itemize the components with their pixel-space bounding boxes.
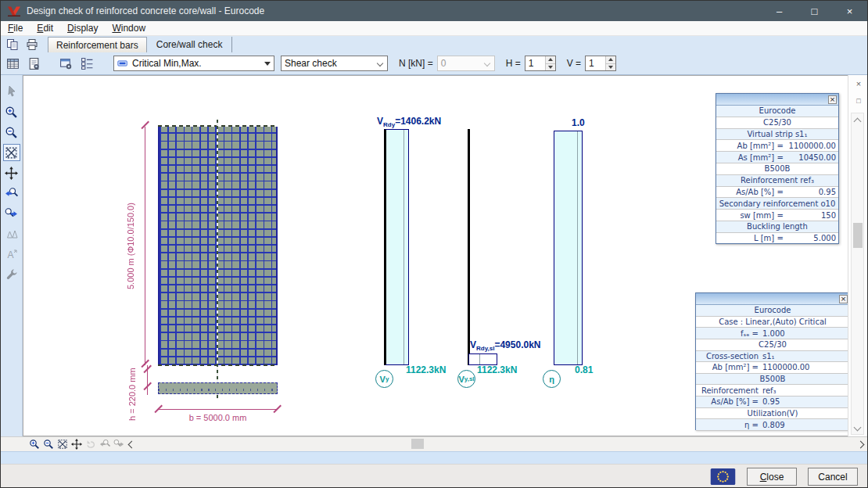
close-icon[interactable]: ×	[828, 95, 837, 104]
spin-down-icon[interactable]	[546, 63, 555, 71]
h-stepper[interactable]: 1	[525, 56, 556, 71]
zoom-out-icon[interactable]	[41, 439, 56, 450]
check-type-combobox[interactable]: Shear check	[281, 56, 388, 71]
copy-icon[interactable]	[5, 38, 20, 51]
width-dimension-label: b = 5000.0 mm	[158, 413, 278, 422]
settings-wrench-icon[interactable]	[3, 266, 20, 283]
menu-window[interactable]: Window	[105, 21, 152, 35]
print-icon[interactable]	[24, 38, 40, 51]
report-icon[interactable]	[25, 55, 43, 72]
v-stepper[interactable]: 1	[585, 56, 616, 71]
utilization-panel[interactable]: × EurocodeCase : Linear,(Auto) Criticalf…	[695, 292, 848, 430]
maximize-button[interactable]: □	[797, 1, 832, 21]
menu-file[interactable]: File	[1, 21, 30, 35]
panel-row: As [mm²] =10450.00	[716, 152, 838, 163]
tab-core-wall-check[interactable]: Core/wall check	[147, 37, 233, 52]
chevron-down-icon	[377, 60, 383, 66]
shear-sliding-axis	[468, 129, 470, 365]
zoom-in-icon[interactable]	[3, 103, 20, 120]
title-bar: Design check of reinforced concrete core…	[1, 1, 867, 21]
panel-header[interactable]: ×	[716, 94, 838, 106]
app-logo-icon	[7, 5, 21, 17]
spin-up-icon[interactable]	[546, 56, 555, 63]
legend-list-icon[interactable]	[78, 55, 96, 72]
mdi-restore-icon[interactable]: □	[853, 95, 864, 106]
width-dimension-line	[158, 409, 278, 410]
utilization-diagram	[554, 131, 583, 365]
text-annotation-icon	[3, 246, 20, 263]
scroll-up-icon[interactable]	[855, 117, 861, 123]
panel-row: Utilization(V)	[696, 408, 848, 420]
axial-force-label: N [kN] =	[399, 58, 433, 69]
scroll-right-icon[interactable]	[855, 442, 866, 447]
results-table-icon[interactable]	[4, 55, 22, 72]
shear-capacity-diagram	[384, 129, 409, 365]
spin-up-icon[interactable]	[606, 56, 615, 63]
panel-row: Eurocode	[696, 305, 848, 317]
panel-row: C25/30	[716, 117, 838, 129]
toolbar: Critical Min,Max. Shear check N [kN] = 0…	[1, 52, 867, 75]
eurocode-flag-icon[interactable]	[710, 468, 736, 485]
tab-reinforcement-bars[interactable]: Reinforcement bars	[48, 37, 147, 52]
minimize-button[interactable]: –	[762, 1, 797, 21]
app-window: Design check of reinforced concrete core…	[0, 0, 868, 488]
select-pointer-icon[interactable]	[3, 83, 20, 100]
v-label: V =	[567, 58, 581, 69]
panel-row: As/Ab [%] =0.95	[696, 396, 848, 408]
vertical-scroll-thumb[interactable]	[853, 223, 863, 248]
dropdown-arrow-icon	[264, 62, 271, 66]
height-dimension-line	[145, 127, 145, 365]
utilization-top-value: 1.0	[572, 117, 585, 128]
vertical-scrollbar[interactable]	[851, 113, 864, 435]
wall-cross-section	[158, 382, 278, 394]
window-title: Design check of reinforced concrete core…	[27, 5, 264, 16]
menu-edit[interactable]: Edit	[30, 21, 60, 35]
panel-header[interactable]: ×	[696, 293, 848, 305]
panel-row: Case : Linear,(Auto) Critical	[696, 317, 848, 328]
case-glyph-icon	[117, 58, 128, 69]
scroll-down-icon[interactable]	[855, 425, 861, 431]
spin-down-icon[interactable]	[606, 63, 615, 71]
pan-icon[interactable]	[3, 164, 20, 181]
vysl-value: 1122.3kN	[477, 364, 517, 375]
zoom-out-icon[interactable]	[3, 124, 20, 141]
panel-row: As/Ab [%] =0.95	[716, 187, 838, 199]
result-case-combobox[interactable]: Critical Min,Max.	[113, 56, 274, 71]
zoom-in-icon[interactable]	[27, 439, 41, 450]
zoom-previous-icon	[98, 439, 112, 450]
status-strip	[1, 451, 867, 464]
right-edge-column: × □	[848, 75, 867, 436]
panel-row: Secondary reinforcement o10	[716, 198, 838, 210]
close-button[interactable]: Close	[747, 468, 797, 486]
zoom-extents-icon[interactable]	[56, 439, 70, 450]
eta-symbol-circle: η	[543, 370, 561, 388]
undo-view-icon	[84, 439, 98, 450]
zoom-extents-icon[interactable]	[3, 144, 20, 161]
mdi-close-icon[interactable]: ×	[853, 78, 864, 89]
close-window-button[interactable]: ×	[832, 1, 867, 21]
zoom-previous-icon[interactable]	[3, 185, 20, 202]
panel-row: B500B	[696, 374, 848, 386]
vy-value: 1122.3kN	[406, 364, 446, 375]
panel-row: B500B	[716, 163, 838, 175]
panel-row: Ab [mm²] =1100000.00	[716, 140, 838, 152]
axial-force-combobox[interactable]: 0	[437, 56, 495, 71]
menu-display[interactable]: Display	[60, 21, 105, 35]
close-icon[interactable]: ×	[839, 295, 848, 303]
main-area: 5.000 m (Φ10.0/150.0) h = 220.0 mm b = 5…	[1, 75, 867, 436]
thickness-dimension-label: h = 220.0 mm	[127, 356, 137, 432]
pan-icon[interactable]	[70, 439, 84, 450]
panel-row: fₛₑ =1.000	[696, 328, 848, 339]
scroll-left-icon[interactable]	[126, 442, 137, 447]
panel-row: L [m] =5.000	[716, 233, 838, 245]
panel-row: Virtual strip s1₁	[716, 129, 838, 141]
chevron-down-icon	[483, 60, 490, 66]
panel-row: Ab [mm²] =1100000.00	[696, 362, 848, 374]
eta-value: 0.81	[575, 364, 593, 375]
snapshot-window-icon[interactable]	[57, 55, 75, 72]
drawing-canvas[interactable]: 5.000 m (Φ10.0/150.0) h = 220.0 mm b = 5…	[23, 75, 848, 436]
horizontal-scroll-thumb[interactable]	[411, 439, 424, 449]
cancel-button[interactable]: Cancel	[808, 468, 858, 486]
virtual-strip-panel[interactable]: × EurocodeC25/30Virtual strip s1₁Ab [mm²…	[716, 93, 839, 244]
zoom-next-icon[interactable]	[3, 205, 20, 222]
